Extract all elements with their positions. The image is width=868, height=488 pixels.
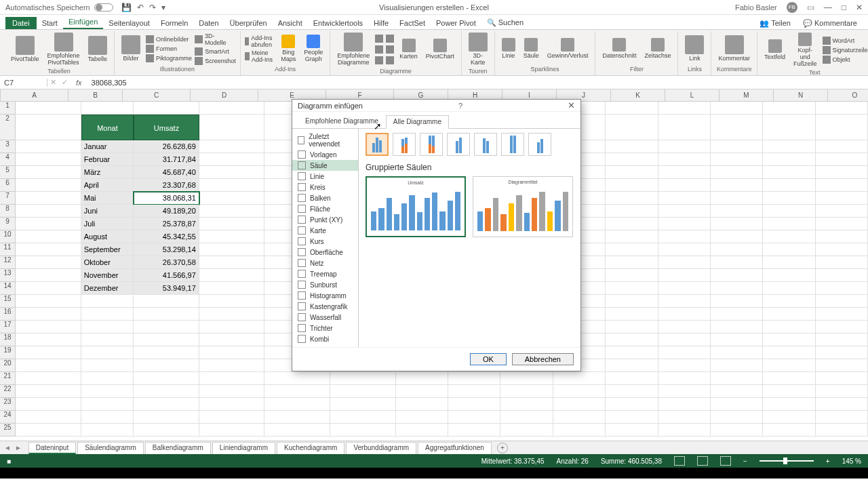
cell[interactable]: [658, 333, 711, 346]
tab-powerpivot[interactable]: Power Pivot: [431, 17, 481, 29]
cell[interactable]: [199, 346, 265, 359]
cell[interactable]: [396, 398, 448, 411]
cell[interactable]: [606, 269, 658, 282]
cell[interactable]: [199, 333, 265, 346]
chart-type-item[interactable]: Wasserfall: [292, 312, 358, 323]
row-header[interactable]: 2: [0, 115, 16, 140]
sheet-tab[interactable]: Liniendiagramm: [212, 442, 275, 454]
cell[interactable]: [658, 166, 711, 179]
cell[interactable]: [711, 333, 763, 346]
chart-type-1[interactable]: [375, 35, 383, 43]
cell[interactable]: [711, 411, 763, 424]
cell[interactable]: [16, 230, 81, 243]
cell[interactable]: [396, 424, 448, 436]
cell[interactable]: [199, 385, 265, 398]
chart-preview-1[interactable]: Umsatz: [366, 176, 466, 237]
cell[interactable]: 45.342,55: [134, 230, 199, 243]
cell[interactable]: [763, 230, 815, 243]
pictures-button[interactable]: Bilder: [119, 34, 143, 64]
cell[interactable]: [16, 346, 81, 359]
cell[interactable]: [500, 398, 553, 411]
cell[interactable]: [658, 218, 711, 230]
chart-type-item[interactable]: Vorlagen: [292, 149, 358, 160]
get-addins-button[interactable]: Add-Ins abrufen: [245, 35, 276, 48]
dialog-close-icon[interactable]: ✕: [568, 100, 575, 110]
cell[interactable]: [81, 308, 134, 321]
cell[interactable]: [816, 192, 868, 205]
cell[interactable]: [763, 192, 815, 205]
cell[interactable]: 31.717,84: [134, 153, 199, 166]
cell[interactable]: [763, 308, 815, 321]
tell-me[interactable]: 🔍 Suchen: [481, 16, 529, 29]
cell[interactable]: [330, 385, 396, 398]
cell[interactable]: 41.566,97: [134, 269, 199, 282]
cell[interactable]: [199, 295, 265, 308]
cell[interactable]: [264, 372, 330, 385]
cell[interactable]: [816, 359, 868, 372]
cell[interactable]: [763, 372, 815, 385]
icons-button[interactable]: Piktogramme: [146, 54, 192, 62]
cell[interactable]: [816, 385, 868, 398]
cell[interactable]: [16, 321, 81, 333]
cell[interactable]: [81, 385, 134, 398]
cell[interactable]: Umsatz: [134, 115, 199, 140]
column-header-D[interactable]: D: [191, 89, 258, 101]
cell[interactable]: [264, 424, 330, 436]
link-button[interactable]: Link: [682, 34, 707, 64]
cell[interactable]: [81, 102, 134, 115]
cell[interactable]: [199, 282, 265, 295]
row-header[interactable]: 12: [0, 256, 16, 269]
name-box[interactable]: C7: [0, 79, 47, 87]
cell[interactable]: [81, 359, 134, 372]
object-button[interactable]: Objekt: [823, 56, 868, 64]
cell[interactable]: [134, 411, 199, 424]
cell[interactable]: [16, 295, 81, 308]
cell[interactable]: [448, 424, 500, 436]
cell[interactable]: [500, 424, 553, 436]
cell[interactable]: [711, 295, 763, 308]
cell[interactable]: Juli: [81, 218, 134, 230]
cell[interactable]: [16, 333, 81, 346]
cell[interactable]: [816, 153, 868, 166]
subtype-100-stacked-column[interactable]: [420, 133, 443, 156]
cell[interactable]: [763, 333, 815, 346]
row-header[interactable]: 5: [0, 166, 16, 179]
cell[interactable]: [16, 140, 81, 153]
cell[interactable]: [711, 179, 763, 192]
cell[interactable]: [16, 166, 81, 179]
bing-maps-button[interactable]: Bing Maps: [278, 33, 298, 64]
cell[interactable]: November: [81, 269, 134, 282]
cell[interactable]: [16, 411, 81, 424]
tab-recommended-charts[interactable]: Empfohlene Diagramme: [298, 115, 386, 128]
chart-type-item[interactable]: Kreis: [292, 182, 358, 192]
cell[interactable]: [606, 179, 658, 192]
fx-icon[interactable]: fx: [71, 79, 87, 87]
cell[interactable]: [658, 359, 711, 372]
cell[interactable]: [606, 205, 658, 218]
cell[interactable]: [711, 230, 763, 243]
chart-type-6[interactable]: [386, 56, 394, 64]
maps-button[interactable]: Karten: [397, 37, 420, 62]
user-avatar[interactable]: FB: [787, 2, 797, 13]
header-footer-button[interactable]: Kopf- und Fußzeile: [791, 31, 820, 69]
cell[interactable]: [606, 321, 658, 333]
cell[interactable]: [658, 230, 711, 243]
share-button[interactable]: 👥 Teilen: [754, 18, 796, 29]
cell[interactable]: [81, 321, 134, 333]
cell[interactable]: [500, 411, 553, 424]
cell[interactable]: [330, 424, 396, 436]
cell[interactable]: [199, 321, 265, 333]
cell[interactable]: [763, 140, 815, 153]
cell[interactable]: 53.298,14: [134, 243, 199, 256]
cell[interactable]: [606, 230, 658, 243]
dialog-help-icon[interactable]: ?: [458, 102, 462, 110]
row-header[interactable]: 1: [0, 102, 16, 115]
cell[interactable]: [16, 385, 81, 398]
cell[interactable]: Mai: [81, 192, 134, 205]
cell[interactable]: [199, 102, 265, 115]
cell[interactable]: [816, 166, 868, 179]
cell[interactable]: [763, 256, 815, 269]
column-header-L[interactable]: L: [665, 89, 719, 101]
cell[interactable]: [199, 372, 265, 385]
cell[interactable]: [199, 308, 265, 321]
